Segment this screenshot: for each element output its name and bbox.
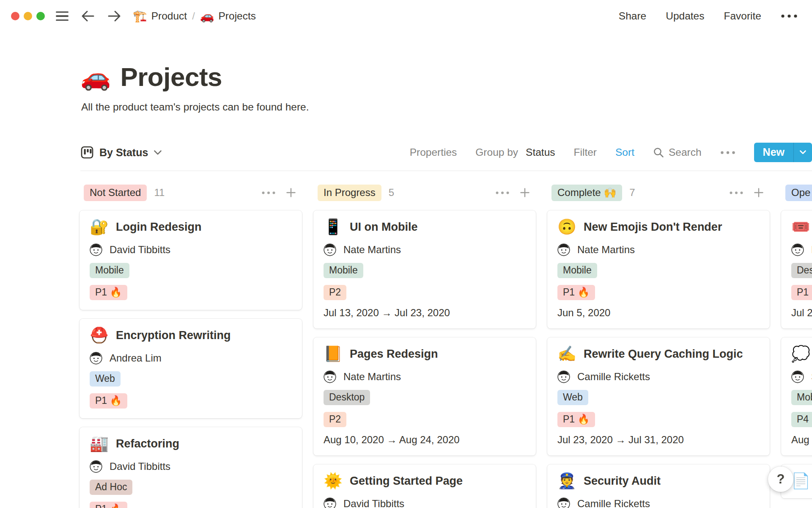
sidebar-toggle-icon[interactable]: [56, 11, 69, 21]
breadcrumb-item-product[interactable]: 🏗️ Product: [133, 9, 187, 23]
project-card[interactable]: 🏭 Refactoring David Tibbitts Ad HocP1 🔥: [80, 427, 302, 508]
tag-badge: Mobile: [324, 263, 363, 278]
toolbar-more-icon[interactable]: [720, 151, 735, 155]
column-badge[interactable]: Ope: [785, 185, 812, 201]
column-badge[interactable]: In Progress: [318, 185, 381, 201]
card-title: ✍️ Rewrite Query Caching Logic: [557, 346, 760, 362]
close-window-button[interactable]: [11, 12, 19, 20]
column-add-card-icon[interactable]: [753, 187, 765, 199]
card-title-text: UI on Mobile: [350, 221, 417, 234]
group-by-button[interactable]: Group by Status: [475, 146, 555, 158]
tag-badge: Mobile: [90, 263, 129, 278]
tag-badge: P2: [324, 285, 346, 300]
tag-badge: Web: [557, 390, 588, 405]
column-more-icon[interactable]: [729, 191, 743, 195]
project-card[interactable]: ✍️ Rewrite Query Caching Logic Camille R…: [547, 337, 770, 456]
column-cards: 📱 UI on Mobile Nate Martins MobileP2 Jul…: [313, 210, 536, 508]
card-tags: MobP4: [791, 390, 812, 427]
assignee-name: Nate Martins: [343, 244, 401, 256]
view-toolbar: By Status Properties Group by Status Fil…: [80, 143, 812, 171]
assignee-avatar: [324, 370, 336, 383]
project-card[interactable]: 🌞 Getting Started Page David Tibbitts: [313, 464, 536, 508]
tag-row: Mob: [791, 390, 812, 405]
traffic-lights: [11, 12, 45, 20]
column-add-card-icon[interactable]: [519, 187, 531, 199]
column-badge[interactable]: Not Started: [84, 185, 147, 201]
card-date: Jun 5, 2020: [557, 307, 760, 319]
card-assignee: S: [791, 370, 812, 383]
assignee-name: David Tibbitts: [110, 244, 170, 256]
card-emoji-icon: 💭: [791, 346, 810, 362]
new-button[interactable]: New: [754, 143, 812, 162]
minimize-window-button[interactable]: [24, 12, 32, 20]
column-add-card-icon[interactable]: [285, 187, 297, 199]
card-emoji-icon: ⛑️: [90, 328, 109, 343]
column-cards: 🎟️ P N DesP1 🔥 Jul 2 💭 C S MobP4 Aug 3 📄: [781, 210, 812, 498]
car-icon: 🚗: [200, 9, 214, 23]
tag-badge: Des: [791, 263, 812, 278]
tag-row: Mobile: [557, 263, 760, 278]
project-card[interactable]: 🎟️ P N DesP1 🔥 Jul 2: [781, 210, 812, 329]
project-card[interactable]: 💭 C S MobP4 Aug 3: [781, 337, 812, 456]
tag-row: P1 🔥: [791, 285, 812, 300]
card-emoji-icon: 📙: [324, 346, 343, 362]
card-title-text: Rewrite Query Caching Logic: [584, 348, 743, 361]
view-selector[interactable]: By Status: [80, 146, 162, 159]
favorite-button[interactable]: Favorite: [724, 10, 761, 22]
column-cards: 🙃 New Emojis Don't Render Nate Martins M…: [547, 210, 770, 508]
search-button[interactable]: Search: [653, 146, 702, 158]
new-button-label[interactable]: New: [754, 143, 793, 162]
assignee-avatar: [90, 352, 102, 364]
project-card[interactable]: 🔐 Login Redesign David Tibbitts MobileP1…: [80, 210, 302, 310]
updates-button[interactable]: Updates: [666, 10, 704, 22]
page-icon-car[interactable]: 🚗: [80, 65, 111, 89]
card-title-text: New Emojis Don't Render: [584, 221, 722, 234]
help-button[interactable]: ?: [768, 467, 793, 492]
card-tags: DesP1 🔥: [791, 263, 812, 300]
breadcrumb-item-projects[interactable]: 🚗 Projects: [200, 9, 256, 23]
project-card[interactable]: 👮 Security Audit Camille Ricketts: [547, 464, 770, 508]
column-more-icon[interactable]: [495, 191, 510, 195]
sort-button[interactable]: Sort: [615, 146, 634, 158]
properties-button[interactable]: Properties: [410, 146, 457, 158]
share-button[interactable]: Share: [619, 10, 646, 22]
more-options-icon[interactable]: [781, 14, 798, 18]
tag-row: Web: [557, 390, 760, 405]
card-tags: WebP1 🔥: [557, 390, 760, 427]
column-header: Ope: [781, 184, 812, 202]
column-badge[interactable]: Complete 🙌: [551, 185, 622, 201]
project-card[interactable]: 🙃 New Emojis Don't Render Nate Martins M…: [547, 210, 770, 329]
assignee-avatar: [90, 243, 102, 256]
window-titlebar: 🏗️ Product / 🚗 Projects Share Updates Fa…: [0, 0, 812, 32]
card-emoji-icon: 🌞: [324, 473, 343, 489]
card-title: 📙 Pages Redesign: [324, 346, 526, 362]
project-card[interactable]: 📙 Pages Redesign Nate Martins DesktopP2 …: [313, 337, 536, 456]
column-more-icon[interactable]: [261, 191, 276, 195]
tag-badge: P4: [791, 412, 812, 427]
forward-arrow-icon[interactable]: [107, 10, 122, 22]
tag-badge: P1 🔥: [791, 285, 812, 300]
card-title: 🏭 Refactoring: [90, 436, 292, 451]
card-tags: MobileP1 🔥: [557, 263, 760, 300]
card-assignee: Andrea Lim: [90, 352, 292, 364]
column-header: Not Started 11: [80, 184, 302, 202]
card-emoji-icon: 🔐: [90, 219, 109, 235]
project-card[interactable]: 📱 UI on Mobile Nate Martins MobileP2 Jul…: [313, 210, 536, 329]
filter-button[interactable]: Filter: [574, 146, 597, 158]
assignee-avatar: [791, 370, 804, 383]
card-title: 💭 C: [791, 346, 812, 362]
project-card[interactable]: ⛑️ Encryption Rewriting Andrea Lim WebP1…: [80, 319, 302, 418]
back-arrow-icon[interactable]: [80, 10, 96, 22]
card-emoji-icon: ✍️: [557, 346, 576, 362]
new-button-dropdown[interactable]: [793, 143, 812, 162]
help-button-label: ?: [777, 472, 785, 487]
zoom-window-button[interactable]: [36, 12, 45, 20]
assignee-name: Andrea Lim: [110, 352, 162, 364]
tag-badge: Mobile: [557, 263, 597, 278]
column-cards: 🔐 Login Redesign David Tibbitts MobileP1…: [80, 210, 302, 508]
card-title-text: Encryption Rewriting: [116, 329, 231, 342]
card-assignee: David Tibbitts: [324, 497, 526, 508]
board: Not Started 11 🔐 Login Redesign David Ti…: [80, 184, 812, 508]
card-title-text: Pages Redesign: [350, 348, 438, 361]
card-title: 📱 UI on Mobile: [324, 219, 526, 235]
